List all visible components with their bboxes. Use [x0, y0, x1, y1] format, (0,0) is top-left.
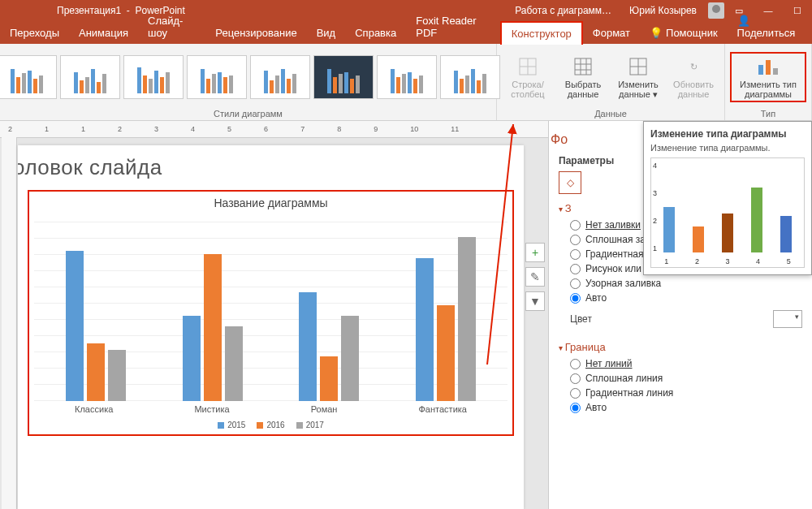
chart-filters-button[interactable]: ▼ [525, 291, 545, 311]
user-name: Юрий Козырев [623, 5, 703, 16]
chart-style-thumb[interactable] [0, 55, 57, 99]
mini-bar [722, 214, 733, 252]
svg-rect-3 [575, 58, 591, 75]
fill-pattern-option[interactable]: Узорная заливка [559, 276, 802, 291]
mini-bar [663, 207, 675, 252]
tooltip-minichart: 1234 12345 [650, 157, 805, 268]
refresh-data-button: ↻ Обновить данные [667, 55, 719, 99]
fill-tab-icon[interactable]: ◇ [559, 171, 581, 194]
share-button[interactable]: 👤 Поделиться [728, 10, 812, 44]
table-edit-icon [627, 55, 650, 78]
avatar-icon[interactable] [708, 2, 724, 19]
chart-object[interactable]: Название диаграммы КлассикаМистикаРоманФ… [28, 190, 514, 436]
chart-style-thumb[interactable] [440, 55, 500, 99]
chart-style-thumb[interactable] [250, 55, 310, 99]
border-section-header[interactable]: Граница [559, 341, 802, 353]
legend-item[interactable]: 2016 [257, 421, 284, 429]
x-axis-label: Роман [311, 404, 338, 414]
border-gradient-option[interactable]: Градиентная линия [559, 386, 802, 400]
chart-style-thumb[interactable] [377, 55, 437, 99]
tab-slideshow[interactable]: Слайд-шоу [138, 10, 205, 44]
chart-style-thumb[interactable] [313, 55, 374, 99]
color-picker-button[interactable] [773, 310, 802, 328]
border-auto-option[interactable]: Авто [559, 400, 802, 415]
change-chart-type-tooltip: Изменение типа диаграммы Изменение типа … [643, 121, 812, 275]
switch-icon [516, 55, 539, 78]
bar-cluster[interactable] [299, 292, 359, 401]
data-bar[interactable] [416, 258, 434, 401]
chart-legend[interactable]: 2015 2016 2017 [34, 417, 508, 433]
data-bar[interactable] [225, 326, 243, 401]
horizontal-ruler: 211234567891011 [0, 121, 548, 138]
slide-editor: 211234567891011 оловок слайда Название д… [0, 121, 548, 509]
tab-transitions[interactable]: Переходы [0, 22, 69, 44]
mini-bar [693, 226, 704, 252]
chart-styles-button[interactable]: ✎ [525, 267, 545, 287]
data-bar[interactable] [204, 254, 222, 401]
chart-style-thumb[interactable] [123, 55, 184, 99]
data-bar[interactable] [320, 356, 338, 401]
mini-bar [751, 188, 762, 252]
chart-elements-button[interactable]: + [525, 243, 545, 262]
chart-styles-gallery[interactable] [0, 47, 500, 107]
tab-foxit[interactable]: Foxit Reader PDF [406, 10, 500, 44]
data-bar[interactable] [458, 237, 476, 401]
switch-row-column-button: Строка/ столбец [502, 55, 554, 99]
svg-rect-13 [773, 68, 778, 75]
x-axis-label: Классика [75, 404, 113, 414]
chart-plot-area[interactable] [34, 214, 508, 401]
data-bar[interactable] [341, 316, 359, 401]
format-pane: Фо Изменение типа диаграммы Изменение ти… [548, 121, 812, 509]
vertical-ruler [2, 137, 17, 509]
table-icon [572, 55, 594, 78]
tab-format[interactable]: Формат [583, 22, 640, 44]
legend-item[interactable]: 2017 [296, 421, 324, 429]
data-bar[interactable] [108, 350, 126, 401]
svg-rect-11 [758, 65, 763, 75]
tab-chart-design[interactable]: Конструктор [500, 21, 583, 45]
select-data-button[interactable]: Выбрать данные [557, 55, 609, 99]
data-bar[interactable] [437, 305, 455, 401]
ribbon: Стили диаграмм Строка/ столбец Выбрать д… [0, 44, 812, 121]
data-bar[interactable] [183, 316, 201, 401]
chart-type-icon [757, 55, 780, 78]
chart-title[interactable]: Название диаграммы [34, 196, 508, 209]
x-axis-label: Фантастика [419, 404, 467, 414]
border-none-option[interactable]: Нет линий [559, 356, 802, 371]
border-solid-option[interactable]: Сплошная линия [559, 371, 802, 386]
legend-item[interactable]: 2015 [218, 421, 245, 429]
chart-flyout-buttons: + ✎ ▼ [525, 243, 545, 311]
bar-cluster[interactable] [66, 251, 126, 401]
edit-data-button[interactable]: Изменить данные ▾ [612, 55, 664, 100]
share-icon: 👤 [737, 15, 750, 27]
data-bar[interactable] [299, 292, 317, 401]
data-bar[interactable] [66, 251, 84, 401]
chart-style-thumb[interactable] [60, 55, 120, 99]
ribbon-tabs: Переходы Анимация Слайд-шоу Рецензирован… [0, 21, 812, 44]
tab-help[interactable]: Справка [345, 22, 406, 44]
refresh-icon: ↻ [682, 55, 705, 78]
fill-auto-option[interactable]: Авто [559, 291, 802, 305]
change-chart-type-button[interactable]: Изменить тип диаграммы [730, 52, 806, 102]
slide-title-placeholder[interactable]: оловок слайда [18, 155, 514, 180]
bar-cluster[interactable] [416, 237, 476, 401]
svg-rect-12 [766, 60, 771, 75]
context-tab-label: Работа с диаграмм… [503, 5, 623, 16]
chart-x-axis: КлассикаМистикаРоманФантастика [34, 401, 508, 417]
data-group-label: Данные [594, 107, 627, 119]
color-label: Цвет [570, 313, 592, 325]
x-axis-label: Мистика [194, 404, 229, 414]
bulb-icon: 💡 [650, 27, 663, 39]
slide-canvas[interactable]: оловок слайда Название диаграммы Классик… [18, 145, 524, 509]
tab-review[interactable]: Рецензирование [205, 22, 306, 44]
type-group-label: Тип [761, 107, 775, 119]
mini-bar [780, 216, 792, 252]
tab-animation[interactable]: Анимация [69, 22, 138, 44]
chart-style-thumb[interactable] [187, 55, 247, 99]
styles-group-label: Стили диаграмм [214, 107, 283, 119]
tab-tell-me[interactable]: 💡 Помощник [640, 22, 728, 44]
bar-cluster[interactable] [183, 254, 243, 401]
tab-view[interactable]: Вид [307, 22, 346, 44]
data-bar[interactable] [87, 343, 105, 401]
